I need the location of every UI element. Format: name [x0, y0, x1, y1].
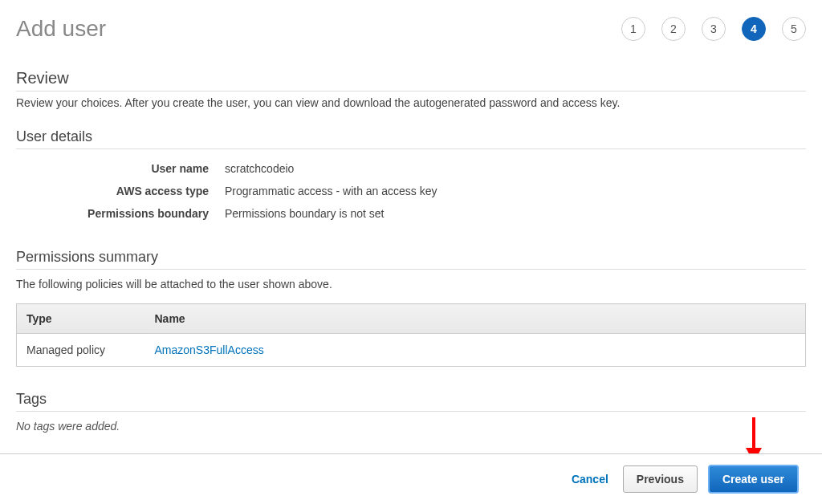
wizard-step-2[interactable]: 2 [661, 17, 686, 41]
policy-type: Managed policy [17, 334, 145, 367]
detail-label: Permissions boundary [16, 207, 225, 220]
review-desc: Review your choices. After you create th… [16, 96, 806, 109]
wizard-steps: 1 2 3 4 5 [621, 17, 806, 41]
page-title: Add user [16, 16, 106, 42]
table-row: Managed policy AmazonS3FullAccess [17, 334, 806, 367]
previous-button[interactable]: Previous [623, 465, 698, 493]
detail-row-access-type: AWS access type Programmatic access - wi… [16, 180, 806, 202]
tags-title: Tags [16, 391, 806, 412]
create-user-button[interactable]: Create user [709, 465, 798, 493]
detail-row-username: User name scratchcodeio [16, 157, 806, 180]
wizard-step-5[interactable]: 5 [782, 17, 806, 41]
wizard-step-1[interactable]: 1 [621, 17, 645, 41]
permissions-summary-desc: The following policies will be attached … [16, 278, 806, 291]
review-title: Review [16, 69, 806, 91]
user-details-list: User name scratchcodeio AWS access type … [16, 157, 806, 225]
policy-col-type: Type [17, 304, 145, 334]
footer-actions: Cancel Previous Create user [0, 453, 822, 504]
cancel-button[interactable]: Cancel [568, 466, 612, 492]
detail-value: Programmatic access - with an access key [225, 185, 437, 197]
detail-value: Permissions boundary is not set [225, 207, 384, 220]
detail-row-permissions-boundary: Permissions boundary Permissions boundar… [16, 202, 806, 225]
user-details-title: User details [16, 128, 806, 149]
permissions-summary-title: Permissions summary [16, 249, 806, 270]
detail-label: AWS access type [16, 185, 225, 197]
policy-table: Type Name Managed policy AmazonS3FullAcc… [16, 303, 806, 367]
policy-name-link[interactable]: AmazonS3FullAccess [155, 343, 264, 356]
wizard-step-4[interactable]: 4 [742, 17, 766, 41]
tags-empty-message: No tags were added. [16, 420, 806, 433]
policy-col-name: Name [145, 304, 806, 334]
detail-value: scratchcodeio [225, 162, 294, 175]
detail-label: User name [16, 162, 225, 175]
wizard-step-3[interactable]: 3 [702, 17, 726, 41]
